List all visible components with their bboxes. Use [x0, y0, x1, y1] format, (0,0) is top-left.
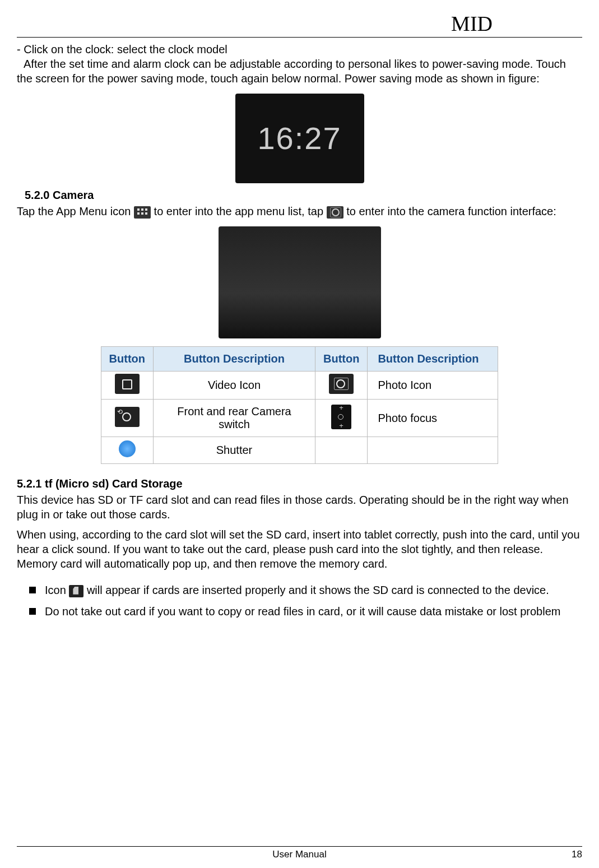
- cell-empty: [315, 437, 368, 464]
- footer-title: User Manual: [39, 849, 560, 860]
- camera-text-a: Tap the App Menu icon: [17, 205, 134, 217]
- heading-sd: 5.2.1 tf (Micro sd) Card Storage: [17, 477, 582, 490]
- page-header: MID: [17, 11, 582, 36]
- cell-desc: Photo Icon: [368, 372, 498, 400]
- camera-switch-icon: [115, 407, 140, 427]
- intro-paragraph: After the set time and alarm clock can b…: [17, 57, 582, 86]
- cell-desc: Video Icon: [154, 372, 315, 400]
- page-number: 18: [560, 849, 582, 860]
- table-row: Video Icon Photo Icon: [101, 372, 498, 400]
- table-header-row: Button Button Description Button Button …: [101, 347, 498, 372]
- camera-button-table: Button Button Description Button Button …: [101, 346, 499, 464]
- sd-para-1: This device has SD or TF card slot and c…: [17, 493, 582, 522]
- list-item: Do not take out card if you want to copy…: [32, 602, 582, 620]
- camera-app-icon: [327, 206, 343, 219]
- app-menu-icon: [134, 206, 151, 219]
- camera-text-c: to enter into the camera function interf…: [346, 205, 556, 217]
- sd-card-icon: [69, 585, 83, 597]
- cell-desc: Shutter: [154, 437, 315, 464]
- page-footer: User Manual 18: [17, 846, 582, 860]
- cell-desc: Front and rear Camera switch: [154, 400, 315, 437]
- video-icon: [115, 374, 140, 394]
- table-row: Shutter: [101, 437, 498, 464]
- bullet-1a: Icon: [45, 584, 69, 596]
- clock-screenshot: 16:27: [235, 94, 364, 183]
- shutter-icon: [118, 439, 137, 458]
- th-desc-1: Button Description: [154, 347, 315, 372]
- sd-bullet-list: Icon will appear if cards are inserted p…: [17, 581, 582, 620]
- cell-empty: [368, 437, 498, 464]
- focus-icon: [331, 405, 351, 429]
- th-button-2: Button: [315, 347, 368, 372]
- bullet-1b: will appear if cards are inserted proper…: [87, 584, 549, 596]
- camera-instruction: Tap the App Menu icon to enter into the …: [17, 204, 582, 219]
- intro-line-1: - Click on the clock: select the clock m…: [17, 42, 582, 57]
- document-page: MID - Click on the clock: select the clo…: [0, 0, 599, 868]
- camera-text-b: to enter into the app menu list, tap: [154, 205, 327, 217]
- footer-rule: [17, 846, 582, 847]
- table-row: Front and rear Camera switch Photo focus: [101, 400, 498, 437]
- list-item: Icon will appear if cards are inserted p…: [32, 581, 582, 599]
- th-desc-2: Button Description: [368, 347, 498, 372]
- header-rule: [17, 37, 582, 38]
- sd-para-2: When using, according to the card slot w…: [17, 527, 582, 571]
- heading-camera: 5.2.0 Camera: [25, 189, 582, 202]
- camera-figure: [17, 226, 582, 341]
- photo-icon: [329, 374, 354, 394]
- cell-desc: Photo focus: [368, 400, 498, 437]
- camera-screenshot: [219, 226, 381, 338]
- clock-figure: 16:27: [17, 94, 582, 183]
- th-button-1: Button: [101, 347, 153, 372]
